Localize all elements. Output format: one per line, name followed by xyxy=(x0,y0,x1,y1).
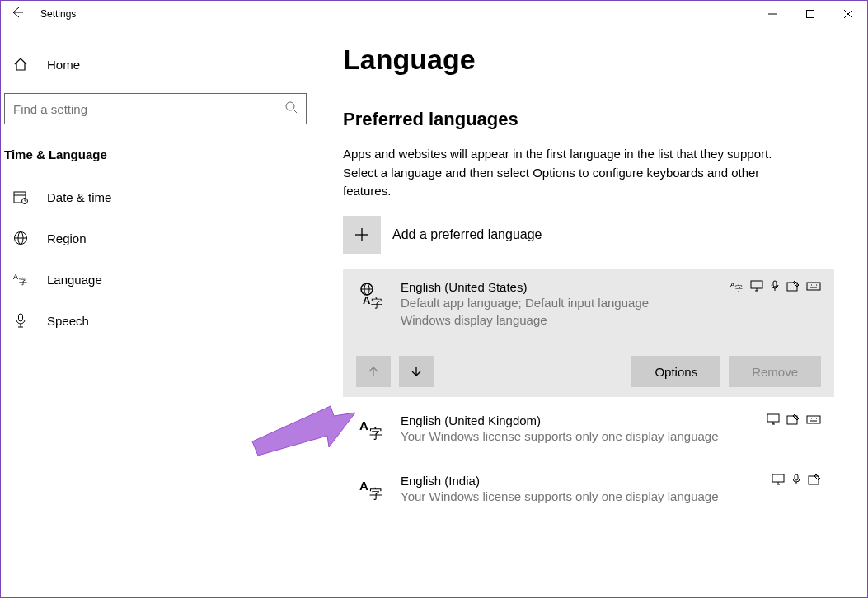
svg-rect-14 xyxy=(19,314,23,321)
display-icon xyxy=(750,280,763,294)
sidebar-item-region[interactable]: Region xyxy=(1,217,318,259)
close-icon xyxy=(844,10,852,18)
svg-rect-53 xyxy=(809,476,819,484)
search-input[interactable] xyxy=(13,102,284,116)
home-icon xyxy=(12,57,29,72)
sidebar-section-heading: Time & Language xyxy=(1,136,318,176)
language-feature-icons xyxy=(772,474,821,488)
language-a-icon: A字 xyxy=(356,413,386,443)
maximize-icon xyxy=(806,10,814,18)
language-subtitle: Your Windows license supports only one d… xyxy=(401,488,757,506)
language-name: English (India) xyxy=(401,474,757,488)
sidebar-item-label: Speech xyxy=(47,314,89,328)
remove-button: Remove xyxy=(729,356,821,387)
language-card-selected[interactable]: A字 English (United States) Default app l… xyxy=(343,269,834,398)
main-content: Language Preferred languages Apps and we… xyxy=(318,27,867,597)
svg-rect-37 xyxy=(767,414,779,422)
speech-icon xyxy=(791,474,801,488)
language-feature-icons: A字 xyxy=(730,280,821,294)
speech-icon xyxy=(770,280,780,294)
page-title: Language xyxy=(343,44,834,76)
svg-text:字: 字 xyxy=(371,297,382,310)
display-icon xyxy=(767,413,780,427)
sidebar-item-language[interactable]: A字 Language xyxy=(1,259,318,300)
svg-line-5 xyxy=(293,110,297,113)
svg-text:字: 字 xyxy=(369,487,382,501)
svg-text:A: A xyxy=(13,273,18,281)
language-card-actions: Options Remove xyxy=(356,356,821,397)
svg-rect-41 xyxy=(807,416,820,423)
svg-text:A: A xyxy=(363,294,371,306)
add-language-button[interactable] xyxy=(343,216,381,254)
svg-rect-1 xyxy=(807,11,814,18)
svg-point-4 xyxy=(286,102,294,110)
move-up-button xyxy=(356,356,391,387)
calendar-clock-icon xyxy=(12,189,29,204)
text-to-speech-a-icon: A字 xyxy=(730,280,744,294)
svg-text:字: 字 xyxy=(19,277,27,286)
svg-rect-28 xyxy=(787,283,797,291)
handwriting-icon xyxy=(786,280,800,294)
language-card[interactable]: A字 English (United Kingdom) Your Windows… xyxy=(343,402,834,457)
sidebar-home-label: Home xyxy=(47,58,80,72)
sidebar-home[interactable]: Home xyxy=(1,44,318,85)
language-a-icon: A字 xyxy=(356,474,386,503)
language-globe-a-icon: A字 xyxy=(356,280,386,310)
keyboard-icon xyxy=(806,280,821,294)
handwriting-icon xyxy=(786,413,800,427)
svg-text:A: A xyxy=(359,479,368,493)
search-box[interactable] xyxy=(4,93,307,124)
sidebar-item-label: Region xyxy=(47,231,87,245)
language-card[interactable]: A字 English (India) Your Windows license … xyxy=(343,462,834,517)
sidebar-item-date-time[interactable]: Date & time xyxy=(1,176,318,217)
arrow-up-icon xyxy=(367,365,380,378)
svg-rect-40 xyxy=(787,416,797,424)
svg-rect-49 xyxy=(772,474,784,482)
section-heading: Preferred languages xyxy=(343,109,834,130)
minimize-icon xyxy=(768,10,777,18)
add-language-label: Add a preferred language xyxy=(392,227,542,242)
language-a-icon: A字 xyxy=(12,272,29,287)
language-subtitle: Your Windows license supports only one d… xyxy=(401,427,752,446)
language-subtitle-2: Windows display language xyxy=(401,311,716,329)
arrow-down-icon xyxy=(410,365,423,378)
back-arrow-icon xyxy=(11,6,24,19)
plus-icon xyxy=(354,227,370,243)
window-controls xyxy=(753,2,867,26)
sidebar-item-label: Date & time xyxy=(47,190,111,204)
titlebar: Settings xyxy=(1,1,867,27)
svg-rect-29 xyxy=(807,283,820,290)
minimize-button[interactable] xyxy=(753,2,791,26)
sidebar-item-label: Language xyxy=(47,273,102,287)
language-feature-icons xyxy=(767,413,821,427)
svg-text:字: 字 xyxy=(735,284,743,292)
language-name: English (United Kingdom) xyxy=(401,413,752,427)
add-language-row[interactable]: Add a preferred language xyxy=(343,216,834,254)
language-name: English (United States) xyxy=(401,280,716,294)
svg-rect-52 xyxy=(795,474,798,480)
svg-rect-27 xyxy=(773,281,777,287)
sidebar-item-speech[interactable]: Speech xyxy=(1,300,318,341)
language-subtitle: Default app language; Default input lang… xyxy=(401,294,716,312)
sidebar: Home Time & Language Date & time Region … xyxy=(1,27,318,597)
move-down-button[interactable] xyxy=(399,356,434,387)
svg-text:字: 字 xyxy=(369,427,382,441)
close-button[interactable] xyxy=(829,2,867,26)
keyboard-icon xyxy=(806,413,821,427)
section-description: Apps and websites will appear in the fir… xyxy=(343,145,788,201)
back-button[interactable] xyxy=(1,6,34,22)
svg-rect-24 xyxy=(751,281,762,288)
search-icon xyxy=(284,100,298,117)
handwriting-icon xyxy=(808,474,821,488)
options-button[interactable]: Options xyxy=(631,356,720,387)
maximize-button[interactable] xyxy=(791,2,829,26)
display-icon xyxy=(772,474,785,488)
svg-text:A: A xyxy=(359,418,368,432)
globe-icon xyxy=(12,231,29,245)
microphone-icon xyxy=(12,313,29,328)
window-title: Settings xyxy=(40,8,76,20)
